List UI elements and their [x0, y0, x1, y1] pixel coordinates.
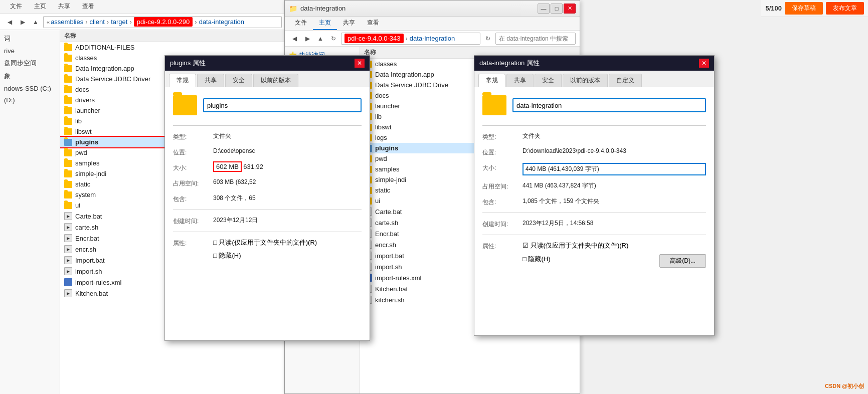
dlg1-tabs: 常规 共享 安全 以前的版本: [165, 71, 370, 87]
file-additional-files[interactable]: ADDITIONAL-FILES: [60, 42, 286, 53]
sidebar-item-sync[interactable]: 盘同步空间: [0, 57, 60, 70]
up-btn-1[interactable]: ▲: [30, 17, 41, 28]
tab-file-2[interactable]: 文件: [289, 17, 313, 30]
window-controls-2: — □ ✕: [538, 4, 576, 14]
dlg1-readonly-text: □ 只读(仅应用于文件夹中的文件)(R): [213, 238, 317, 247]
tab-view-2[interactable]: 查看: [361, 17, 385, 30]
forward-btn-1[interactable]: ▶: [17, 17, 28, 28]
dlg1-tab-share[interactable]: 共享: [197, 74, 224, 87]
dlg2-contains-label: 包含:: [482, 197, 523, 207]
tab-share-2[interactable]: 共享: [337, 17, 361, 30]
crumb-dataintegration-1[interactable]: data-integration: [199, 18, 244, 26]
dlg2-name-input[interactable]: [512, 98, 706, 112]
dlg2-readonly-check[interactable]: ☑ 只读(仅应用于文件夹中的文件)(R): [523, 241, 706, 250]
dlg2-tab-custom[interactable]: 自定义: [609, 74, 642, 87]
dlg2-tab-security[interactable]: 安全: [535, 74, 562, 87]
menu-file-1[interactable]: 文件: [4, 0, 28, 14]
back-btn-2[interactable]: ◀: [289, 33, 300, 44]
plugins-properties-dialog: plugins 属性 ✕ 常规 共享 安全 以前的版本 类型: 文件夹 位置: …: [164, 55, 370, 341]
dlg2-size-label: 大小:: [482, 163, 523, 172]
dlg1-tab-prev[interactable]: 以前的版本: [253, 74, 298, 87]
dlg1-close-btn[interactable]: ✕: [355, 59, 365, 68]
dlg1-contains-value: 308 个文件，65: [213, 194, 362, 203]
crumb-version-2[interactable]: pdi-ce-9.4.0.0-343: [344, 34, 404, 43]
dlg2-location-value: D:\download\ie2023\pdi-ce-9.4.0.0-343: [523, 147, 706, 154]
breadcrumb-1[interactable]: « assemblies › client › target › pdi-ce-…: [43, 16, 282, 28]
refresh-btn-2[interactable]: ↻: [328, 33, 339, 44]
publish-btn[interactable]: 发布文章: [826, 2, 864, 15]
dlg2-title-text: data-integration 属性: [479, 59, 540, 68]
dlg1-created-label: 创建时间:: [173, 216, 213, 226]
tab-home-2[interactable]: 主页: [313, 17, 337, 30]
crumb-version-1[interactable]: pdi-ce-9.2.0.0-290: [134, 17, 193, 27]
dlg1-divider1: [173, 125, 362, 126]
dlg2-size-value: 440 MB (461,430,039 字节): [523, 163, 706, 175]
save-btn[interactable]: 保存草稿: [785, 2, 823, 15]
back-btn-1[interactable]: ◀: [4, 17, 15, 28]
dlg1-tab-general[interactable]: 常规: [169, 74, 196, 87]
dlg1-readonly-check[interactable]: □ 只读(仅应用于文件夹中的文件)(R): [213, 238, 317, 247]
dlg2-icon-name-row: [482, 95, 706, 115]
title-bar-2: 📁 data-integration — □ ✕: [285, 1, 580, 17]
sidebar-item-rive[interactable]: rive: [0, 45, 60, 57]
sidebar-item-ci[interactable]: 词: [0, 32, 60, 45]
dlg1-disk-row: 占用空间: 603 MB (632,52: [173, 178, 362, 188]
close-btn-2[interactable]: ✕: [564, 4, 576, 14]
dlg2-created-row: 创建时间: 2023年12月5日，14:56:58: [482, 219, 706, 229]
dlg2-readonly-text: ☑ 只读(仅应用于文件夹中的文件)(R): [523, 241, 628, 250]
dlg2-body: 类型: 文件夹 位置: D:\download\ie2023\pdi-ce-9.…: [474, 87, 714, 335]
sidebar-item-c[interactable]: ndows-SSD (C:): [0, 83, 60, 94]
forward-btn-2[interactable]: ▶: [302, 33, 313, 44]
breadcrumb-2[interactable]: pdi-ce-9.4.0.0-343 › data-integration: [341, 33, 480, 45]
dlg2-advanced-btn[interactable]: 高级(D)...: [659, 254, 706, 268]
watermark: CSDN @初小创: [825, 382, 864, 390]
dlg1-hidden-check[interactable]: □ 隐藏(H): [213, 251, 317, 260]
dlg1-location-value: D:\code\opensc: [213, 147, 362, 154]
dlg2-attr-values: ☑ 只读(仅应用于文件夹中的文件)(R) □ 隐藏(H) 高级(D)...: [523, 241, 706, 272]
dlg2-contains-value: 1,085 个文件，159 个文件夹: [523, 197, 706, 206]
dlg1-location-row: 位置: D:\code\opensc: [173, 147, 362, 157]
dlg2-disk-row: 占用空间: 441 MB (463,437,824 字节): [482, 181, 706, 191]
menu-share-1[interactable]: 共享: [52, 0, 76, 14]
dlg2-tab-share[interactable]: 共享: [506, 74, 534, 87]
dlg1-tab-security[interactable]: 安全: [225, 74, 252, 87]
dlg1-icon-name-row: [173, 95, 362, 115]
dlg1-type-row: 类型: 文件夹: [173, 132, 362, 141]
menu-home-1[interactable]: 主页: [28, 0, 52, 14]
dlg2-type-label: 类型:: [482, 132, 523, 141]
data-integration-properties-dialog: data-integration 属性 ✕ 常规 共享 安全 以前的版本 自定义…: [474, 55, 715, 336]
crumb-target[interactable]: target: [111, 18, 127, 26]
sidebar-item-object[interactable]: 象: [0, 70, 60, 83]
search-input-2[interactable]: [495, 33, 576, 45]
dlg2-hidden-row: □ 隐藏(H) 高级(D)...: [523, 254, 706, 268]
crumb-dataintegration-2[interactable]: data-integration: [410, 35, 455, 42]
maximize-btn-2[interactable]: □: [551, 4, 563, 14]
crumb-assemblies[interactable]: assemblies: [51, 18, 83, 26]
dlg1-disk-value: 603 MB (632,52: [213, 178, 362, 185]
dlg2-hidden-check[interactable]: □ 隐藏(H): [523, 255, 551, 264]
up-btn-2[interactable]: ▲: [315, 33, 326, 44]
dlg2-created-label: 创建时间:: [482, 219, 523, 229]
dlg2-tab-general[interactable]: 常规: [478, 74, 505, 87]
dlg1-attr-row: 属性: □ 只读(仅应用于文件夹中的文件)(R) □ 隐藏(H): [173, 238, 362, 264]
dlg2-close-btn[interactable]: ✕: [699, 59, 709, 68]
dlg2-divider2: [482, 213, 706, 213]
dlg2-tab-prev[interactable]: 以前的版本: [563, 74, 608, 87]
dlg1-attr-label: 属性:: [173, 238, 213, 248]
dlg2-title-bar: data-integration 属性 ✕: [474, 56, 714, 71]
dlg1-hidden-text: □ 隐藏(H): [213, 251, 241, 260]
dlg2-location-row: 位置: D:\download\ie2023\pdi-ce-9.4.0.0-34…: [482, 147, 706, 157]
sidebar-item-d[interactable]: (D:): [0, 94, 60, 106]
dlg2-type-value: 文件夹: [523, 132, 706, 140]
minimize-btn-2[interactable]: —: [538, 4, 550, 14]
dlg1-name-input[interactable]: [203, 98, 362, 112]
file-header-1: 名称: [60, 30, 286, 42]
dlg2-divider1: [482, 125, 706, 126]
dlg1-title-text: plugins 属性: [170, 59, 206, 68]
crumb-client[interactable]: client: [90, 18, 105, 26]
dlg2-size-row: 大小: 440 MB (461,430,039 字节): [482, 163, 706, 175]
dlg2-attr-row: 属性: ☑ 只读(仅应用于文件夹中的文件)(R) □ 隐藏(H) 高级(D)..…: [482, 241, 706, 272]
menu-view-1[interactable]: 查看: [76, 0, 100, 14]
dlg1-divider2: [173, 210, 362, 210]
refresh-btn2[interactable]: ↻: [482, 33, 493, 44]
